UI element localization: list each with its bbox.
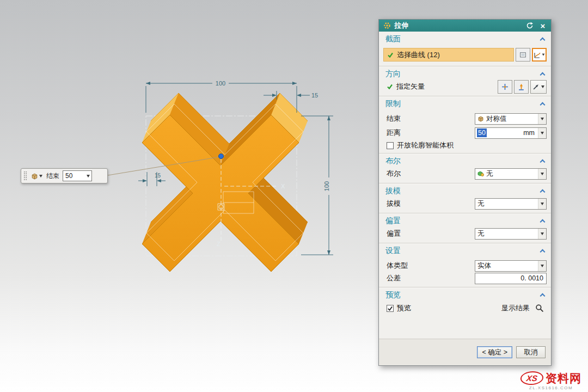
end-option-cube-button[interactable] bbox=[29, 171, 44, 181]
section-options-button[interactable] bbox=[516, 48, 530, 62]
preview-label: 预览 bbox=[397, 303, 411, 313]
boolean-dropdown[interactable]: 无 bbox=[475, 168, 547, 180]
dialog-titlebar[interactable]: 拉伸 × bbox=[379, 20, 551, 32]
reset-button[interactable] bbox=[525, 21, 535, 30]
collapse-chevron-icon bbox=[540, 102, 546, 108]
ok-button[interactable]: < 确定 > bbox=[477, 346, 512, 358]
extruded-x-model[interactable] bbox=[142, 93, 308, 272]
checkmark-icon bbox=[387, 52, 394, 58]
reverse-direction-icon bbox=[518, 83, 525, 90]
collapse-chevron-icon bbox=[540, 189, 546, 195]
extrude-dialog: 拉伸 × 截面 bbox=[378, 19, 552, 366]
draft-value: 无 bbox=[477, 199, 485, 209]
dropdown-caret-icon bbox=[39, 175, 42, 177]
offset-group: 偏置 偏置 无 bbox=[379, 213, 551, 243]
collapse-chevron-icon bbox=[540, 38, 546, 43]
dropdown-caret[interactable] bbox=[538, 169, 546, 179]
boolean-group-header[interactable]: 布尔 bbox=[379, 154, 551, 169]
dimension-left-value[interactable]: 15 bbox=[155, 173, 161, 179]
draft-dropdown[interactable]: 无 bbox=[475, 198, 547, 210]
dropdown-caret-icon bbox=[542, 54, 545, 56]
boolean-value: 无 bbox=[486, 169, 493, 179]
dropdown-caret[interactable] bbox=[538, 261, 546, 271]
vector-dialog-icon bbox=[501, 83, 509, 90]
select-curve-label: 选择曲线 (12) bbox=[397, 50, 440, 60]
vector-method-combo[interactable] bbox=[530, 80, 547, 94]
end-dropdown[interactable]: 对称值 bbox=[475, 113, 547, 125]
boolean-label: 布尔 bbox=[387, 169, 401, 179]
checkbox-check-icon bbox=[387, 305, 393, 311]
direction-group: 方向 指定矢量 bbox=[379, 66, 551, 96]
draft-label: 拔模 bbox=[387, 199, 401, 209]
open-profile-label: 开放轮廓智能体积 bbox=[397, 140, 454, 150]
mini-end-label: 结束 bbox=[46, 171, 59, 181]
sketch-section-button[interactable] bbox=[532, 48, 547, 62]
checkmark-icon bbox=[387, 83, 393, 90]
dropdown-caret[interactable] bbox=[538, 199, 546, 209]
dimension-topright-value[interactable]: 15 bbox=[311, 92, 318, 99]
show-result-button[interactable] bbox=[532, 302, 547, 315]
close-button[interactable]: × bbox=[538, 21, 548, 30]
distance-field[interactable]: 50 mm bbox=[475, 127, 547, 139]
watermark-url: ZL.XS1616.COM bbox=[520, 386, 581, 390]
vector-dialog-button[interactable] bbox=[498, 80, 512, 94]
preview-checkbox[interactable] bbox=[387, 305, 394, 312]
open-profile-checkbox[interactable] bbox=[387, 142, 394, 149]
cube-icon bbox=[477, 115, 484, 122]
mini-toolbar[interactable]: 结束 50 bbox=[21, 168, 108, 183]
collapse-chevron-icon bbox=[540, 293, 546, 299]
unit-dropdown-caret[interactable] bbox=[538, 128, 546, 138]
body-type-dropdown[interactable]: 实体 bbox=[475, 260, 547, 272]
mini-end-input[interactable]: 50 bbox=[63, 170, 92, 181]
cube-icon bbox=[31, 173, 38, 180]
collapse-chevron-icon bbox=[540, 160, 546, 165]
dropdown-caret-icon bbox=[541, 85, 544, 88]
offset-group-title: 偏置 bbox=[385, 216, 401, 226]
section-options-icon bbox=[519, 51, 526, 58]
collapse-chevron-icon bbox=[540, 72, 546, 78]
section-group-header[interactable]: 截面 bbox=[379, 32, 551, 47]
draft-group-title: 拔模 bbox=[385, 186, 401, 196]
collapse-chevron-icon bbox=[540, 219, 546, 225]
specify-vector-label: 指定矢量 bbox=[396, 82, 425, 91]
sketch-section-icon bbox=[534, 51, 541, 59]
dimension-left-15 bbox=[138, 172, 166, 186]
watermark-logo: XS bbox=[519, 371, 544, 385]
application-window: X Z 100 15 100 bbox=[0, 0, 588, 392]
distance-value[interactable]: 50 bbox=[477, 128, 487, 137]
watermark-site-name: 资料网 bbox=[546, 372, 581, 384]
boolean-group-title: 布尔 bbox=[385, 156, 401, 166]
body-type-label: 体类型 bbox=[387, 261, 408, 271]
dropdown-caret[interactable] bbox=[538, 229, 546, 239]
draft-group-header[interactable]: 拔模 bbox=[379, 183, 551, 199]
select-curve-field[interactable]: 选择曲线 (12) bbox=[383, 48, 514, 62]
vector-method-icon bbox=[532, 83, 540, 90]
magnifier-icon bbox=[535, 304, 544, 313]
tolerance-field[interactable]: 0. 0010 bbox=[475, 273, 547, 284]
watermark: XS 资料网 ZL.XS1616.COM bbox=[520, 371, 581, 390]
section-group: 截面 选择曲线 (12) bbox=[379, 32, 551, 66]
end-value: 对称值 bbox=[486, 114, 507, 124]
boolean-none-icon bbox=[477, 170, 484, 177]
dimension-top-value[interactable]: 100 bbox=[216, 80, 225, 87]
dropdown-caret[interactable] bbox=[538, 114, 546, 124]
mini-end-value: 50 bbox=[65, 172, 72, 180]
limits-group-header[interactable]: 限制 bbox=[379, 96, 551, 112]
offset-dropdown[interactable]: 无 bbox=[475, 228, 547, 240]
distance-unit: mm bbox=[523, 129, 536, 137]
reset-icon bbox=[526, 22, 534, 29]
tolerance-label: 公差 bbox=[387, 273, 401, 283]
offset-value: 无 bbox=[477, 229, 485, 238]
reverse-direction-button[interactable] bbox=[514, 80, 529, 94]
distance-label: 距离 bbox=[387, 128, 401, 138]
axis-z-label: Z bbox=[217, 241, 220, 247]
drag-handle[interactable] bbox=[23, 171, 27, 181]
dimension-right-value[interactable]: 100 bbox=[323, 181, 330, 191]
preview-group-header[interactable]: 预览 bbox=[379, 287, 551, 303]
distance-drag-handle[interactable] bbox=[219, 154, 224, 159]
settings-group-header[interactable]: 设置 bbox=[379, 243, 551, 259]
limits-group-title: 限制 bbox=[385, 99, 401, 109]
dialog-title: 拉伸 bbox=[394, 21, 408, 30]
cancel-button[interactable]: 取消 bbox=[516, 346, 546, 358]
offset-group-header[interactable]: 偏置 bbox=[379, 213, 551, 229]
